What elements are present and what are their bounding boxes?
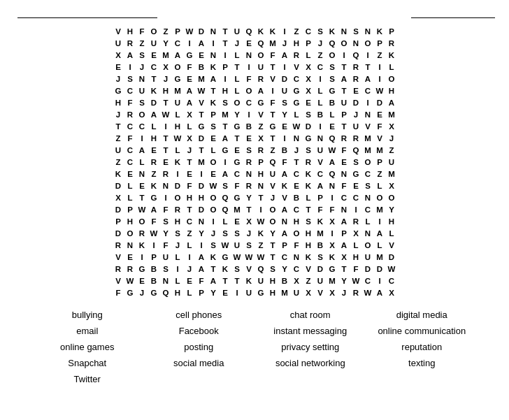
grid-cell: X [302, 61, 315, 73]
grid-cell: X [350, 227, 362, 240]
grid-cell: Q [326, 132, 338, 145]
grid-cell: Y [278, 108, 291, 121]
grid-cell: J [136, 287, 148, 299]
grid-cell: X [112, 191, 124, 204]
grid-cell: C [171, 37, 184, 50]
grid-cell: T [231, 132, 243, 145]
grid-cell: N [243, 168, 255, 180]
grid-cell: I [124, 61, 136, 73]
grid-cell: T [338, 61, 350, 73]
grid-cell: J [266, 191, 279, 204]
grid-cell: P [302, 37, 315, 50]
grid-cell: F [350, 263, 362, 275]
grid-cell: S [350, 156, 362, 168]
grid-cell: W [290, 120, 303, 133]
grid-cell: Y [231, 108, 243, 121]
grid-cell: Z [159, 25, 172, 38]
grid-cell: G [231, 191, 243, 204]
grid-cell: I [243, 61, 255, 73]
grid-cell: Z [112, 156, 124, 168]
grid-cell: S [219, 96, 231, 109]
grid-cell: R [302, 156, 315, 168]
grid-cell: Z [183, 227, 196, 240]
grid-cell: F [148, 215, 160, 228]
grid-cell: H [302, 227, 315, 240]
grid-cell: U [254, 275, 267, 287]
grid-cell: I [207, 215, 220, 228]
grid-cell: V [243, 263, 255, 275]
grid-cell: L [207, 144, 220, 157]
grid-cell: T [219, 37, 231, 50]
grid-cell: E [207, 168, 220, 180]
grid-cell: K [219, 263, 231, 275]
grid-cell: D [195, 180, 208, 192]
grid-cell: N [350, 37, 362, 50]
grid-cell: S [171, 227, 184, 240]
grid-cell: B [195, 61, 208, 73]
grid-cell: G [219, 144, 231, 157]
word-item: Facebook [147, 324, 252, 338]
grid-cell: H [350, 251, 362, 263]
grid-cell: Q [254, 37, 267, 50]
grid-cell: M [266, 37, 279, 50]
grid-cell: N [290, 251, 303, 263]
grid-cell: B [148, 275, 160, 287]
grid-cell: I [361, 96, 374, 109]
grid-cell: E [302, 96, 315, 109]
grid-cell: J [171, 239, 184, 252]
grid-cell: C [124, 156, 136, 168]
grid-cell: S [159, 263, 172, 275]
grid-cell: H [254, 168, 267, 180]
grid-cell: K [266, 25, 279, 38]
grid-cell: I [278, 25, 291, 38]
grid-cell: A [338, 239, 350, 252]
grid-cell: O [338, 37, 350, 50]
grid-cell: K [148, 180, 160, 192]
grid-cell: O [171, 191, 184, 204]
grid-cell: D [350, 96, 362, 109]
grid-cell: K [302, 251, 315, 263]
grid-cell: T [219, 120, 231, 133]
grid-cell: J [350, 108, 362, 121]
grid-cell: C [124, 144, 136, 157]
word-item: email [35, 324, 140, 338]
grid-cell: U [171, 96, 184, 109]
grid-cell: Y [195, 227, 208, 240]
grid-cell: K [278, 180, 291, 192]
grid-cell: G [148, 191, 160, 204]
word-item: digital media [370, 308, 475, 321]
grid-cell: O [207, 191, 220, 204]
grid-cell: R [124, 263, 136, 275]
grid-cell: O [290, 227, 303, 240]
grid-cell: I [136, 132, 148, 145]
grid-cell: N [361, 227, 374, 240]
grid-cell: E [350, 180, 362, 192]
grid-cell: G [171, 73, 184, 85]
grid-cell: T [338, 120, 350, 133]
grid-cell: F [124, 96, 136, 109]
grid-cell: G [136, 263, 148, 275]
grid-cell: T [302, 203, 315, 216]
grid-cell: R [112, 263, 124, 275]
grid-cell: D [112, 227, 124, 240]
grid-cell: G [219, 251, 231, 263]
grid-cell: L [183, 287, 196, 299]
grid-cell: N [361, 191, 374, 204]
grid-cell: T [243, 203, 255, 216]
grid-cell: N [243, 49, 255, 61]
grid-cell: F [183, 180, 196, 192]
grid-cell: I [148, 239, 160, 252]
grid-cell: N [338, 25, 350, 38]
grid-cell: F [124, 132, 136, 145]
grid-cell: C [290, 168, 303, 180]
grid-cell: E [219, 287, 231, 299]
grid-cell: V [290, 61, 303, 73]
grid-cell: Y [266, 227, 279, 240]
grid-cell: F [243, 73, 255, 85]
grid-cell: V [195, 96, 208, 109]
grid-cell: S [136, 96, 148, 109]
grid-cell: N [290, 132, 303, 145]
grid-cell: D [278, 73, 291, 85]
name-line [14, 7, 157, 18]
word-item: chat room [258, 308, 363, 321]
